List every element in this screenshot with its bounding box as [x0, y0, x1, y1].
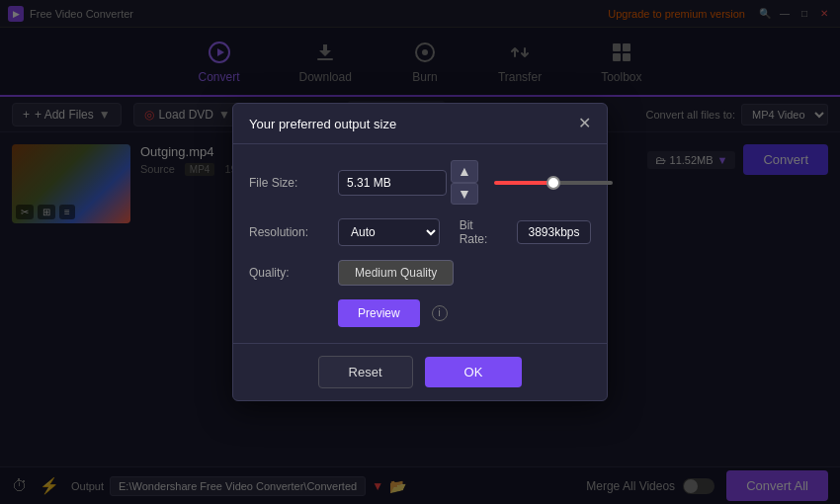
quality-field-label: Quality:	[249, 266, 338, 280]
size-slider-container	[494, 181, 613, 185]
preview-info-icon[interactable]: i	[432, 305, 448, 321]
modal-footer: Reset OK	[233, 343, 607, 400]
modal-body: File Size: ▲ ▼ Resolution: Auto Bit Rate…	[233, 144, 607, 342]
preview-row: Preview i	[249, 299, 591, 327]
file-size-row: File Size: ▲ ▼	[249, 160, 591, 204]
file-size-up-btn[interactable]: ▲	[451, 160, 478, 182]
file-size-input[interactable]	[338, 170, 447, 196]
reset-button[interactable]: Reset	[318, 356, 413, 388]
bitrate-value: 3893kbps	[517, 220, 591, 244]
file-size-field-label: File Size:	[249, 176, 338, 190]
modal-close-button[interactable]: ✕	[578, 116, 591, 131]
preview-button[interactable]: Preview	[338, 299, 420, 327]
file-size-down-btn[interactable]: ▼	[451, 183, 478, 205]
modal-title: Your preferred output size	[249, 117, 396, 131]
modal-overlay: Your preferred output size ✕ File Size: …	[0, 0, 840, 504]
resolution-row: Resolution: Auto Bit Rate: 3893kbps	[249, 218, 591, 246]
modal-header: Your preferred output size ✕	[233, 104, 607, 144]
resolution-field-label: Resolution:	[249, 225, 338, 239]
modal-dialog: Your preferred output size ✕ File Size: …	[232, 103, 608, 400]
quality-row: Quality: Medium Quality	[249, 260, 591, 286]
ok-button[interactable]: OK	[425, 357, 523, 387]
bitrate-label: Bit Rate:	[460, 218, 501, 246]
quality-badge[interactable]: Medium Quality	[338, 260, 454, 286]
size-slider[interactable]	[494, 181, 613, 185]
resolution-select[interactable]: Auto	[338, 218, 440, 246]
